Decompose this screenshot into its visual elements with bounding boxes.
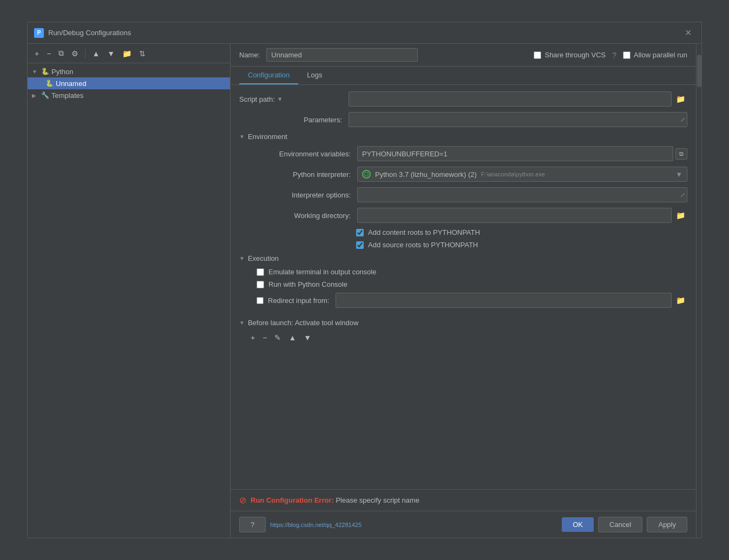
parameters-input-expand: ⤢ <box>349 112 687 127</box>
share-vcs-help-icon[interactable]: ? <box>612 51 616 60</box>
interpreter-container: Python 3.7 (lizhu_homework) (2) F:\anaco… <box>357 167 687 182</box>
env-variables-input[interactable] <box>357 146 673 161</box>
execution-section-label: Execution <box>248 254 279 262</box>
help-button[interactable]: ? <box>239 517 266 532</box>
tree-templates-group[interactable]: ▶ 🔧 Templates <box>28 89 230 101</box>
allow-parallel-checkbox-item[interactable]: Allow parallel run <box>623 51 687 59</box>
folder-button[interactable]: 📁 <box>120 48 134 60</box>
unnamed-item-label: Unnamed <box>56 80 86 88</box>
left-toolbar: + − ⧉ ⚙ ▲ ▼ 📁 ⇅ <box>28 44 230 63</box>
parameters-label: Parameters: <box>239 116 342 124</box>
script-path-dropdown-arrow[interactable]: ▼ <box>277 96 283 102</box>
interpreter-options-input[interactable] <box>357 187 687 202</box>
redirect-input-label: Redirect input from: <box>268 297 329 305</box>
interpreter-select[interactable]: Python 3.7 (lizhu_homework) (2) F:\anaco… <box>357 167 687 182</box>
redirect-input-checkbox[interactable] <box>257 297 264 304</box>
name-input[interactable] <box>266 48 418 62</box>
add-content-roots-label: Add content roots to PYTHONPATH <box>368 228 480 236</box>
redirect-input-container: 📁 <box>336 293 687 308</box>
env-variables-edit-button[interactable]: ⧉ <box>675 148 687 160</box>
redirect-input-field[interactable] <box>336 293 672 308</box>
before-launch-add-button[interactable]: + <box>248 332 258 343</box>
run-debug-dialog: P Run/Debug Configurations ✕ + − ⧉ ⚙ ▲ ▼… <box>27 22 702 538</box>
tabs: Configuration Logs <box>231 67 696 85</box>
close-button[interactable]: ✕ <box>681 27 695 39</box>
share-vcs-checkbox[interactable] <box>534 51 541 59</box>
allow-parallel-label: Allow parallel run <box>634 51 687 59</box>
redirect-input-folder-icon[interactable]: 📁 <box>674 295 687 306</box>
name-label: Name: <box>239 51 260 59</box>
python-interpreter-label: Python interpreter: <box>248 170 351 179</box>
apply-button[interactable]: Apply <box>647 517 687 532</box>
interpreter-path: F:\anaconda\python.exe <box>481 171 545 177</box>
before-launch-remove-button[interactable]: − <box>260 332 270 343</box>
templates-group-label: Templates <box>51 91 83 100</box>
script-path-dropdown: Script path: ▼ <box>239 95 342 103</box>
add-source-roots-checkbox[interactable] <box>356 241 364 249</box>
tree-area: ▼ 🐍 Python 🐍 Unnamed ▶ 🔧 Templates <box>28 63 230 538</box>
working-dir-folder-icon[interactable]: 📁 <box>674 210 687 221</box>
before-launch-down-button[interactable]: ▼ <box>301 332 314 343</box>
working-dir-container: 📁 <box>357 208 687 223</box>
cancel-button[interactable]: Cancel <box>598 517 642 532</box>
script-path-folder-icon[interactable]: 📁 <box>674 94 687 104</box>
settings-config-button[interactable]: ⚙ <box>69 48 81 60</box>
environment-section-label: Environment <box>248 133 287 141</box>
bottom-bar: ? https://blog.csdn.net/qq_42281425 OK C… <box>231 511 696 538</box>
add-config-button[interactable]: + <box>32 48 42 60</box>
working-dir-input[interactable] <box>357 208 672 223</box>
env-variables-label: Environment variables: <box>248 150 351 158</box>
error-bold-text: Run Configuration Error: <box>251 496 334 504</box>
parameters-expand-icon[interactable]: ⤢ <box>680 116 685 123</box>
tree-python-group[interactable]: ▼ 🐍 Python <box>28 65 230 77</box>
interpreter-value-display: Python 3.7 (lizhu_homework) (2) F:\anaco… <box>362 170 545 179</box>
add-content-roots-checkbox[interactable] <box>356 229 364 236</box>
allow-parallel-checkbox[interactable] <box>623 51 631 59</box>
parameters-input[interactable] <box>349 112 687 127</box>
env-variables-row: Environment variables: ⧉ <box>248 146 687 161</box>
working-dir-label: Working directory: <box>248 212 351 220</box>
templates-group-arrow: ▶ <box>32 93 38 98</box>
share-vcs-checkbox-item[interactable]: Share through VCS <box>534 51 606 59</box>
templates-group-icon: 🔧 <box>41 91 49 100</box>
move-up-button[interactable]: ▲ <box>89 48 102 60</box>
before-launch-edit-button[interactable]: ✎ <box>272 332 284 343</box>
config-header: Name: Share through VCS ? Allow parallel… <box>231 44 696 67</box>
error-bar: ⊘ Run Configuration Error: Please specif… <box>231 489 696 511</box>
move-down-button[interactable]: ▼ <box>104 48 117 60</box>
script-path-input[interactable] <box>349 91 672 107</box>
tab-configuration[interactable]: Configuration <box>239 67 298 84</box>
python-interpreter-row: Python interpreter: Python 3.7 (lizhu_ho… <box>248 167 687 182</box>
error-icon: ⊘ <box>239 495 246 505</box>
interpreter-options-expand-icon[interactable]: ⤢ <box>680 192 685 199</box>
execution-section-header[interactable]: ▼ Execution <box>239 254 687 262</box>
error-message: Please specify script name <box>336 496 419 504</box>
left-panel: + − ⧉ ⚙ ▲ ▼ 📁 ⇅ ▼ 🐍 Python <box>28 44 231 538</box>
environment-section-arrow: ▼ <box>239 134 245 140</box>
dialog-title: Run/Debug Configurations <box>48 29 131 37</box>
ok-button[interactable]: OK <box>562 517 594 532</box>
vertical-scrollbar[interactable] <box>696 44 701 538</box>
interpreter-options-label: Interpreter options: <box>248 191 351 199</box>
before-launch-header[interactable]: ▼ Before launch: Activate tool window <box>239 319 687 327</box>
sort-button[interactable]: ⇅ <box>136 48 148 60</box>
redirect-input-row: Redirect input from: 📁 <box>248 293 687 308</box>
config-body: Script path: ▼ 📁 Parameters: <box>231 85 696 489</box>
remove-config-button[interactable]: − <box>44 48 54 60</box>
run-python-console-checkbox[interactable] <box>257 281 264 288</box>
tab-logs[interactable]: Logs <box>298 67 331 84</box>
run-python-console-label: Run with Python Console <box>268 280 347 288</box>
title-bar-left: P Run/Debug Configurations <box>34 28 131 38</box>
emulate-terminal-row: Emulate terminal in output console <box>257 268 687 276</box>
script-path-row: Script path: ▼ 📁 <box>239 91 687 107</box>
emulate-terminal-checkbox[interactable] <box>257 268 264 276</box>
before-launch-label: Before launch: Activate tool window <box>248 319 359 327</box>
working-dir-row: Working directory: 📁 <box>248 208 687 223</box>
toolbar-separator <box>85 49 86 58</box>
copy-config-button[interactable]: ⧉ <box>56 47 67 60</box>
emulate-terminal-label: Emulate terminal in output console <box>268 268 376 276</box>
header-right: Share through VCS ? Allow parallel run <box>534 51 687 60</box>
tree-unnamed-item[interactable]: 🐍 Unnamed <box>28 77 230 89</box>
before-launch-up-button[interactable]: ▲ <box>286 332 299 343</box>
environment-section-header[interactable]: ▼ Environment <box>239 133 687 141</box>
